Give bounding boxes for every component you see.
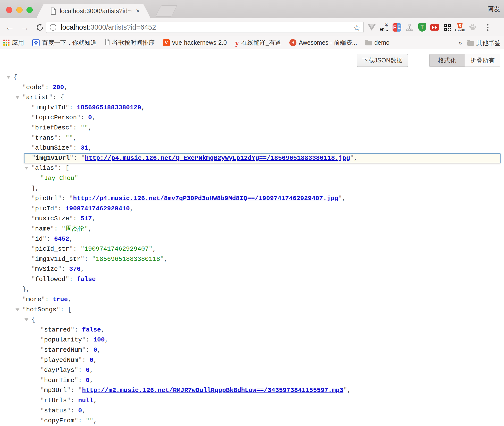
bookmark-star-icon[interactable]: ☆	[353, 23, 361, 33]
bookmark-label: Awesomes - 前端资...	[299, 39, 357, 47]
json-token: ,	[347, 387, 351, 394]
json-token: true	[53, 296, 68, 303]
json-token: "	[78, 357, 82, 364]
json-token: },	[22, 286, 30, 293]
awesomes-icon: A	[289, 39, 296, 46]
collapse-all-button[interactable]: 折叠所有	[465, 54, 500, 67]
json-url-link[interactable]: http://p4.music.126.net/8mv7qP30Pd3oHW8b…	[73, 195, 338, 202]
json-token: :	[73, 124, 81, 131]
json-line: "playedNum": 0,	[0, 355, 504, 366]
json-token: hotSongs	[26, 306, 57, 313]
address-bar[interactable]: i localhost:3000/artists?id=6452 ☆	[46, 22, 364, 33]
browser-tab[interactable]: localhost:3000/artists?id=645 ×	[36, 4, 151, 18]
tampermonkey-shield-icon[interactable]: T	[418, 23, 427, 32]
qrcode-extension-icon[interactable]	[443, 23, 452, 32]
json-token: 0	[78, 407, 82, 414]
json-token: "	[40, 397, 44, 404]
collapse-triangle-icon[interactable]	[16, 96, 19, 99]
bookmarks-overflow-chevron[interactable]: »	[459, 39, 462, 47]
video-speed-icon[interactable]	[430, 23, 439, 32]
json-token: ""	[65, 134, 73, 142]
json-token: :	[58, 134, 65, 142]
json-token: ,	[88, 124, 92, 131]
other-bookmarks-folder[interactable]: 其他书签	[467, 39, 501, 47]
json-token: 200	[53, 84, 64, 91]
json-token: trans	[35, 134, 54, 142]
json-line: "Jay Chou"	[0, 173, 504, 184]
bookmark-item[interactable]: Vvue-hackernews-2.0	[163, 39, 227, 46]
collapse-triangle-icon[interactable]	[16, 308, 19, 311]
minimize-window-button[interactable]	[16, 7, 23, 13]
bookmark-item[interactable]: AAwesomes - 前端资...	[289, 39, 357, 47]
collapse-triangle-icon[interactable]	[25, 167, 28, 170]
json-url-link[interactable]: http://p4.music.126.net/Q_ExePNkmgB2yWyL…	[85, 154, 350, 162]
json-line-selected[interactable]: "img1v1Url": "http://p4.music.126.net/Q_…	[24, 153, 501, 163]
json-token: Jay Chou	[44, 175, 75, 182]
bookmark-label: vue-hackernews-2.0	[172, 39, 227, 46]
back-button[interactable]: ←	[3, 18, 16, 36]
bookmark-item[interactable]: 谷歌按时间排序	[105, 39, 155, 47]
json-token: :	[58, 205, 65, 212]
json-line: {	[0, 72, 504, 83]
translate-en-glyph: en	[380, 27, 385, 32]
download-json-button[interactable]: 下载JSON数据	[357, 54, 408, 67]
browser-menu-icon[interactable]	[483, 23, 492, 32]
json-line: "albumSize": 31,	[0, 143, 504, 153]
paw-extension-icon[interactable]	[468, 23, 477, 32]
json-token: :	[74, 154, 81, 162]
json-token: copyFrom	[44, 417, 75, 424]
json-token: "	[77, 114, 81, 121]
json-token: :	[71, 407, 78, 414]
bookmark-item[interactable]: demo	[365, 39, 390, 46]
bookmarks-bar: 应用百度一下，你就知道谷歌按时间排序Vvue-hackernews-2.0y在线…	[0, 36, 504, 49]
baidu-paw-icon	[32, 39, 40, 46]
translate-extension-icon[interactable]: 英 en	[380, 23, 389, 32]
page-icon	[105, 39, 110, 47]
vue-devtools-icon[interactable]	[367, 23, 376, 32]
zoom-window-button[interactable]	[26, 7, 33, 13]
json-token: "	[40, 357, 44, 364]
site-info-icon[interactable]: i	[50, 24, 56, 31]
json-token: "	[40, 407, 44, 414]
reload-button[interactable]	[34, 18, 46, 36]
html5-player-icon[interactable]: 5 PLAYER	[455, 23, 464, 32]
url-text[interactable]: localhost:3000/artists?id=6452	[61, 23, 156, 31]
collapse-triangle-icon[interactable]	[25, 318, 28, 321]
json-token: "	[22, 94, 26, 101]
sitemap-extension-icon[interactable]	[405, 23, 414, 32]
json-token: ,	[88, 225, 92, 232]
json-token: ,	[88, 144, 92, 152]
json-token: :	[45, 296, 53, 303]
tab-close-icon[interactable]: ×	[136, 8, 140, 14]
bookmark-item[interactable]: 应用	[3, 39, 24, 47]
json-url-link[interactable]: http://m2.music.126.net/RMJR7wDullRqppBk…	[82, 387, 344, 394]
format-button[interactable]: 格式化	[429, 54, 465, 67]
json-line: "hearTime": 0,	[0, 375, 504, 386]
json-token: "	[22, 84, 26, 91]
browser-profile-name[interactable]: 阿发	[487, 5, 500, 13]
fe-extension-icon[interactable]: FE	[392, 23, 401, 32]
json-token: ,	[164, 256, 168, 263]
json-token: :	[54, 225, 62, 232]
json-token: "	[160, 256, 164, 263]
collapse-triangle-icon[interactable]	[7, 76, 10, 79]
json-viewer: {"code": 200,"artist": {"img1v1Id": 1856…	[0, 72, 504, 426]
json-token: picId	[35, 205, 54, 212]
bookmark-item[interactable]: 百度一下，你就知道	[32, 39, 97, 47]
json-token: "	[54, 205, 58, 212]
new-tab-button[interactable]	[155, 5, 177, 17]
json-token: "	[67, 407, 71, 414]
json-token: 31	[81, 144, 88, 152]
json-line: "dayPlays": 0,	[0, 365, 504, 375]
json-token: 0	[90, 357, 93, 364]
json-token: rtUrls	[44, 397, 67, 404]
close-window-button[interactable]	[6, 7, 12, 13]
json-token: :	[78, 377, 86, 384]
json-token: "	[43, 235, 47, 243]
bookmark-item[interactable]: y在线翻译_有道	[235, 39, 281, 47]
json-token: briefDesc	[35, 124, 69, 131]
json-token: "	[69, 124, 73, 131]
json-line: "hotSongs": [	[0, 305, 504, 315]
json-token: ,	[105, 336, 109, 343]
json-token: ,	[82, 407, 86, 414]
